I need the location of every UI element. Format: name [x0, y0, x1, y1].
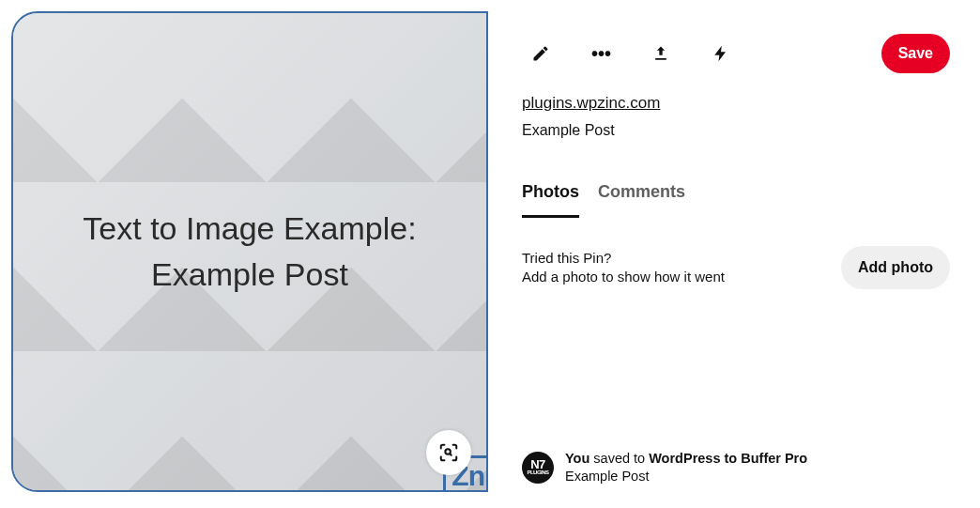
- visual-search-icon: [438, 442, 459, 463]
- attribution-middle: saved to: [590, 451, 649, 466]
- tabs: Photos Comments: [522, 182, 950, 218]
- pin-image-text-line1: Text to Image Example:: [83, 210, 416, 246]
- pin-image-text: Text to Image Example: Example Post: [66, 206, 433, 299]
- attribution-board: WordPress to Buffer Pro: [649, 451, 807, 466]
- quick-action-button[interactable]: [702, 35, 740, 72]
- pin-image-text-line2: Example Post: [151, 256, 348, 292]
- tried-text: Tried this Pin? Add a photo to show how …: [522, 249, 725, 287]
- share-button[interactable]: [642, 35, 680, 72]
- tab-photos[interactable]: Photos: [522, 182, 579, 218]
- pin-toolbar: ••• Save: [522, 34, 950, 73]
- visual-search-button[interactable]: [426, 430, 471, 475]
- more-options-button[interactable]: •••: [582, 35, 620, 72]
- pin-container: Text to Image Example: Example Post Zn •…: [0, 0, 980, 508]
- tried-line1: Tried this Pin?: [522, 249, 725, 268]
- tab-comments[interactable]: Comments: [598, 182, 685, 218]
- attribution-line1: You saved to WordPress to Buffer Pro: [565, 450, 807, 468]
- attribution-subtitle: Example Post: [565, 468, 807, 485]
- tried-section: Tried this Pin? Add a photo to show how …: [522, 246, 950, 289]
- pin-title: Example Post: [522, 122, 950, 139]
- attribution-you: You: [565, 451, 590, 466]
- pencil-icon: [531, 44, 550, 63]
- avatar-label: N7 PLUGINS: [527, 460, 548, 474]
- pin-toolbar-left: •••: [522, 35, 740, 72]
- lightning-icon: [712, 44, 730, 63]
- attribution: N7 PLUGINS You saved to WordPress to Buf…: [522, 450, 950, 485]
- add-photo-button[interactable]: Add photo: [841, 246, 950, 289]
- avatar[interactable]: N7 PLUGINS: [522, 452, 554, 484]
- ellipsis-icon: •••: [591, 44, 610, 63]
- source-link[interactable]: plugins.wpzinc.com: [522, 94, 660, 113]
- attribution-text: You saved to WordPress to Buffer Pro Exa…: [565, 450, 807, 485]
- save-button[interactable]: Save: [881, 34, 950, 73]
- pin-image[interactable]: Text to Image Example: Example Post Zn: [11, 11, 488, 492]
- upload-icon: [651, 44, 670, 63]
- edit-button[interactable]: [522, 35, 559, 72]
- pin-detail-panel: ••• Save plugins.wpzinc.com Example Post…: [488, 0, 980, 508]
- tried-line2: Add a photo to show how it went: [522, 268, 725, 286]
